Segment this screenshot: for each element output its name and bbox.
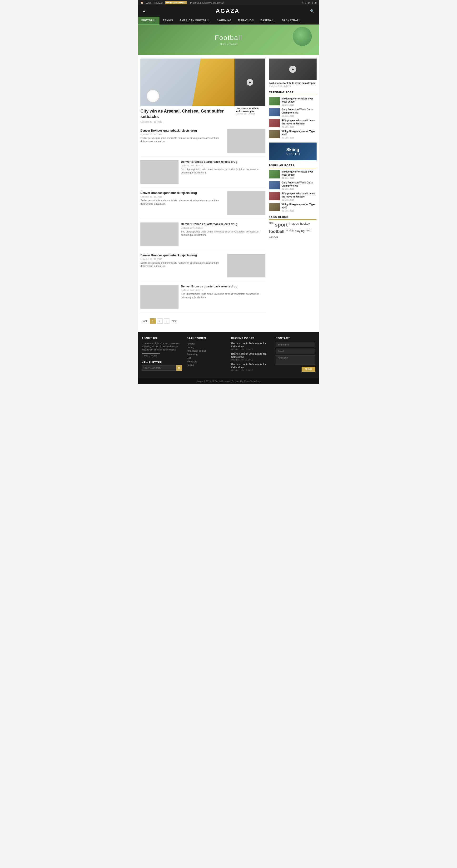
tags-title: TAGS CLOUD — [269, 216, 316, 220]
category-hockey[interactable]: Hockey — [187, 345, 226, 349]
pagination-next[interactable]: Next — [171, 319, 179, 323]
category-marathon[interactable]: Marathon — [187, 360, 226, 363]
contact-message-input[interactable] — [276, 355, 315, 365]
hero-title: Football — [143, 34, 314, 42]
popular-item-title[interactable]: Mexico governor takes over local police — [281, 170, 316, 176]
category-football[interactable]: Football — [187, 342, 226, 345]
article-title[interactable]: Denver Broncos quarterback rejects drug — [141, 191, 225, 195]
category-american-football[interactable]: American Football — [187, 349, 226, 352]
breaking-news-text: Prota sika naka mosi para rosei — [190, 1, 223, 4]
featured-main-title: City win as Arsenal, Chelsea, Gent suffe… — [141, 108, 235, 120]
trending-image — [269, 97, 280, 105]
tag-blog[interactable]: blog — [269, 222, 273, 228]
trending-item-title[interactable]: Fifty players who could be on the move i… — [281, 119, 316, 125]
tag-playing[interactable]: playing — [295, 229, 304, 234]
breadcrumb-home[interactable]: Home — [220, 43, 226, 45]
category-boxing[interactable]: Boxing — [187, 363, 226, 367]
popular-item-title[interactable]: Fifty players who could be on the move i… — [281, 192, 316, 198]
recent-post-date: Updated: 28 / 10 /2015 — [231, 348, 271, 350]
article-excerpt: Sed ut perspiciatis unde omnis iste natu… — [181, 168, 265, 175]
trending-item-date: 32 Dec. 2015 — [281, 115, 316, 117]
recent-post-title[interactable]: Hearts score in 90th minute for Celtic d… — [231, 352, 271, 359]
tag-sport[interactable]: sport — [275, 222, 288, 228]
read-more-button[interactable]: READ MORE — [142, 353, 160, 358]
pagination-page-1[interactable]: 1 — [150, 318, 155, 323]
nav-item-baseball[interactable]: BASEBALL — [257, 17, 278, 25]
sidebar-trending: TRENDING POST Mexico governor takes over… — [269, 91, 316, 139]
ad-banner[interactable]: Skiing SUPPLIER — [269, 143, 316, 160]
nav-item-american-football[interactable]: AMERICAN FOOTBALL — [176, 17, 214, 25]
article-title[interactable]: Denver Broncos quarterback rejects drug — [181, 160, 265, 164]
popular-image — [269, 192, 280, 200]
recent-post-date: Updated: 28 / 15 /2015 — [231, 359, 271, 361]
article-title[interactable]: Denver Broncos quarterback rejects drug — [181, 222, 265, 226]
article-title[interactable]: Denver Broncos quarterback rejects drug — [141, 129, 225, 133]
register-link[interactable]: Register — [154, 1, 162, 4]
sidebar-video[interactable]: ▶ — [269, 59, 316, 80]
article-updated: Updated: 20 / 10 /2015 — [141, 195, 225, 198]
contact-send-button[interactable]: SEND — [302, 367, 315, 372]
popular-item-title[interactable]: Will golf begin again for Tiger at 40 — [281, 203, 316, 209]
recent-post-title[interactable]: Hearts score in 90th minute for Celtic d… — [231, 342, 271, 348]
linkedin-icon[interactable]: in — [315, 1, 316, 4]
search-icon[interactable]: 🔍 — [310, 9, 314, 13]
nav-item-basketball[interactable]: BASKETBALL — [279, 17, 304, 25]
home-icon[interactable]: 🏠 — [141, 1, 143, 4]
popular-item: Will golf begin again for Tiger at 40 32… — [269, 203, 316, 212]
tags-cloud: blog sport images hockey football runnin… — [269, 222, 316, 239]
tag-images[interactable]: images — [289, 222, 299, 228]
trending-title: TRENDING POST — [269, 91, 316, 95]
hero-section: Football Home › Football — [138, 25, 319, 55]
contact-name-input[interactable] — [276, 342, 315, 347]
footer-categories: CATEGORIES Football Hockey American Foot… — [187, 337, 226, 373]
pagination-page-2[interactable]: 2 — [157, 318, 162, 323]
play-button[interactable]: ▶ — [289, 66, 296, 73]
tag-hockey[interactable]: hockey — [300, 222, 310, 228]
pagination-page-3[interactable]: 3 — [164, 318, 170, 323]
article-row: Denver Broncos quarterback rejects drug … — [141, 129, 265, 157]
hamburger-button[interactable]: ≡ — [143, 9, 145, 13]
article-image — [141, 222, 179, 246]
newsletter-input[interactable] — [142, 365, 176, 371]
recent-post-title[interactable]: Hearts score in 90th minute for Celtic d… — [231, 363, 271, 369]
nav-item-swimming[interactable]: SWIMMING — [214, 17, 235, 25]
trending-item-date: 32 Dec. 2015 — [281, 126, 316, 128]
tumblr-icon[interactable]: t — [312, 1, 313, 4]
popular-item: Mexico governor takes over local police … — [269, 170, 316, 179]
article-title[interactable]: Denver Broncos quarterback rejects drug — [181, 285, 265, 289]
pagination-back[interactable]: Back — [141, 319, 149, 323]
googleplus-icon[interactable]: g+ — [307, 1, 310, 4]
nav-item-marathon[interactable]: MARATHON — [235, 17, 257, 25]
trending-item-title[interactable]: Will golf begin again for Tiger at 40 — [281, 130, 316, 136]
article-excerpt: Sed ut perspiciatis unde omnis iste natu… — [181, 292, 265, 299]
category-swimming[interactable]: Swimming — [187, 352, 226, 356]
tag-match[interactable]: match — [306, 229, 312, 234]
login-link[interactable]: Login — [146, 1, 151, 4]
trending-item-title[interactable]: Mexico governor takes over local police — [281, 97, 316, 103]
pagination: Back 1 2 3 Next — [141, 316, 265, 328]
trending-item-title[interactable]: Gary Anderson World Darts Championship — [281, 108, 316, 114]
twitter-icon[interactable]: t — [305, 1, 306, 4]
footer-about-title: ABOUT US — [142, 337, 182, 340]
article-image — [227, 129, 265, 153]
article-updated: Updated: 20 / 10 /2015 — [181, 289, 265, 291]
trending-image — [269, 130, 280, 138]
article-image — [227, 254, 265, 277]
tag-running[interactable]: running — [286, 229, 294, 234]
article-content: Denver Broncos quarterback rejects drug … — [141, 191, 225, 215]
newsletter-send-button[interactable]: ✉ — [176, 365, 182, 371]
site-header: ≡ AGAZA 🔍 — [138, 5, 319, 17]
footer-categories-title: CATEGORIES — [187, 337, 226, 340]
featured-section: City win as Arsenal, Chelsea, Gent suffe… — [141, 59, 265, 125]
article-row: Denver Broncos quarterback rejects drug … — [141, 254, 265, 281]
tag-football[interactable]: football — [269, 229, 284, 234]
tag-winner[interactable]: winner — [269, 235, 278, 239]
contact-email-input[interactable] — [276, 348, 315, 354]
popular-item-title[interactable]: Gary Anderson World Darts Championship — [281, 181, 316, 187]
nav-item-tennis[interactable]: TENNIS — [159, 17, 176, 25]
category-golf[interactable]: Golf — [187, 356, 226, 360]
nav-item-football[interactable]: FOOTBALL — [138, 17, 159, 25]
sidebar-popular: POPULAR POSTS Mexico governor takes over… — [269, 164, 316, 212]
article-title[interactable]: Denver Broncos quarterback rejects drug — [141, 254, 225, 257]
facebook-icon[interactable]: f — [302, 1, 303, 4]
